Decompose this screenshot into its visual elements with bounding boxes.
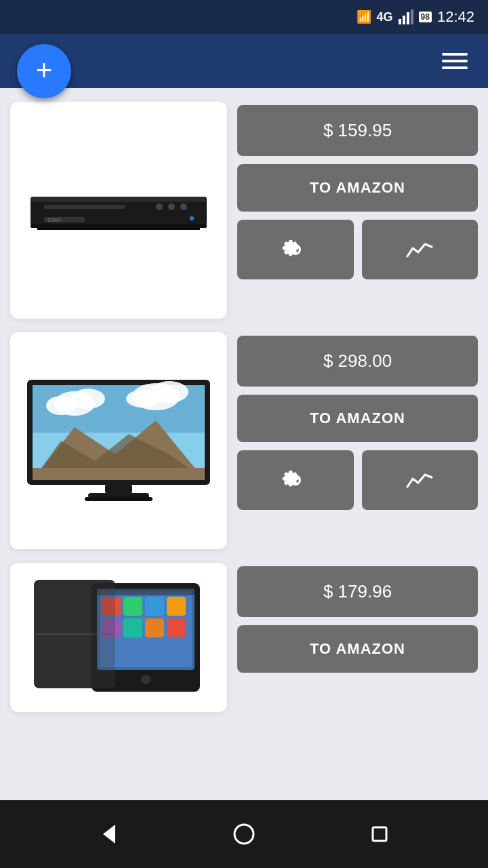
menu-line-1 bbox=[442, 53, 468, 56]
svg-rect-41 bbox=[167, 618, 186, 637]
svg-rect-40 bbox=[145, 618, 164, 637]
svg-rect-36 bbox=[145, 597, 164, 616]
svg-rect-35 bbox=[123, 597, 142, 616]
product-item-2: $ 298.00 TO AMAZON bbox=[10, 332, 478, 549]
svg-rect-0 bbox=[399, 19, 401, 24]
product-list: SONY $ 159.95 TO AMAZON bbox=[0, 88, 488, 800]
svg-rect-5 bbox=[30, 197, 207, 202]
svg-rect-27 bbox=[105, 485, 132, 493]
action-buttons-2 bbox=[237, 450, 478, 510]
amazon-button-3[interactable]: TO AMAZON bbox=[237, 625, 478, 673]
amazon-button-1[interactable]: TO AMAZON bbox=[237, 164, 478, 212]
network-label: 4G bbox=[377, 10, 393, 24]
svg-point-8 bbox=[168, 203, 175, 210]
add-icon: + bbox=[36, 56, 53, 85]
svg-marker-46 bbox=[103, 825, 115, 844]
home-icon bbox=[232, 822, 256, 846]
action-buttons-1 bbox=[237, 220, 478, 279]
product-actions-2: $ 298.00 TO AMAZON bbox=[237, 332, 478, 510]
svg-rect-26 bbox=[33, 468, 205, 480]
product-image-bluray: SONY bbox=[10, 102, 227, 319]
product-image-tablet bbox=[10, 563, 227, 712]
menu-button[interactable] bbox=[442, 53, 468, 69]
gear-icon-1 bbox=[281, 235, 310, 264]
settings-button-2[interactable] bbox=[237, 450, 354, 510]
svg-point-43 bbox=[141, 675, 150, 684]
svg-point-7 bbox=[156, 203, 163, 210]
menu-line-3 bbox=[442, 66, 468, 69]
svg-rect-29 bbox=[85, 497, 152, 501]
status-icons: 📶 4G 98 12:42 bbox=[357, 8, 474, 26]
time-display: 12:42 bbox=[437, 8, 474, 26]
chart-icon-2 bbox=[405, 465, 434, 495]
home-button[interactable] bbox=[224, 814, 264, 854]
chart-button-2[interactable] bbox=[362, 450, 479, 510]
svg-text:SONY: SONY bbox=[47, 218, 61, 222]
wifi-icon: 📶 bbox=[357, 9, 371, 24]
price-display-3: $ 179.96 bbox=[237, 566, 478, 617]
product-actions-1: $ 159.95 TO AMAZON bbox=[237, 102, 478, 279]
svg-rect-3 bbox=[411, 9, 413, 24]
bluray-svg: SONY bbox=[24, 183, 214, 237]
battery-icon: 98 bbox=[419, 12, 432, 22]
price-display-1: $ 159.95 bbox=[237, 105, 478, 156]
svg-rect-14 bbox=[37, 228, 200, 230]
bottom-navigation bbox=[0, 800, 488, 868]
back-button[interactable] bbox=[88, 814, 129, 854]
svg-rect-48 bbox=[373, 827, 386, 841]
product-image-tv bbox=[10, 332, 227, 549]
recents-button[interactable] bbox=[359, 814, 400, 854]
tv-svg bbox=[20, 373, 217, 509]
gear-icon-2 bbox=[281, 465, 310, 495]
product-actions-3: $ 179.96 TO AMAZON bbox=[237, 563, 478, 673]
price-display-2: $ 298.00 bbox=[237, 336, 478, 387]
status-bar: 📶 4G 98 12:42 bbox=[0, 0, 488, 34]
svg-point-20 bbox=[46, 396, 76, 415]
svg-rect-37 bbox=[167, 597, 186, 616]
chart-button-1[interactable] bbox=[362, 220, 479, 279]
svg-point-47 bbox=[235, 825, 253, 844]
app-header: + bbox=[0, 34, 488, 88]
settings-button-1[interactable] bbox=[237, 220, 354, 279]
svg-rect-13 bbox=[30, 224, 207, 228]
back-icon bbox=[96, 822, 121, 846]
chart-icon-1 bbox=[405, 235, 434, 264]
product-item-1: SONY $ 159.95 TO AMAZON bbox=[10, 102, 478, 319]
add-button[interactable]: + bbox=[17, 44, 71, 98]
svg-rect-2 bbox=[407, 12, 409, 24]
svg-point-19 bbox=[71, 389, 105, 409]
svg-point-9 bbox=[180, 203, 187, 210]
svg-rect-1 bbox=[403, 16, 405, 24]
svg-rect-6 bbox=[44, 205, 125, 209]
svg-rect-39 bbox=[123, 618, 142, 637]
product-item-3: $ 179.96 TO AMAZON bbox=[10, 563, 478, 712]
amazon-button-2[interactable]: TO AMAZON bbox=[237, 395, 478, 442]
recents-icon bbox=[367, 822, 392, 846]
tablet-svg bbox=[30, 576, 207, 698]
svg-point-23 bbox=[126, 390, 159, 408]
menu-line-2 bbox=[442, 60, 468, 62]
svg-point-10 bbox=[190, 216, 194, 220]
signal-icon bbox=[399, 9, 413, 24]
